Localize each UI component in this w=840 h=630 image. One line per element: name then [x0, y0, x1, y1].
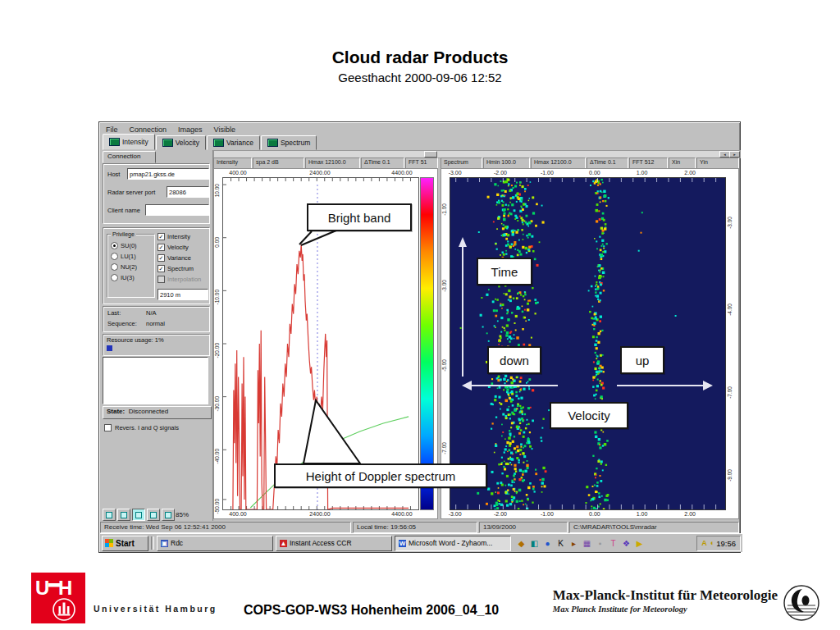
resource-usage-bar	[107, 345, 112, 351]
sidebar-tool-button[interactable]	[117, 509, 130, 521]
task-button[interactable]: WMicrosoft Word - Zyhaom...	[395, 536, 511, 551]
menu-visible[interactable]: Visible	[214, 126, 235, 134]
client-name-label: Client name	[107, 207, 140, 214]
svg-text:U: U	[35, 577, 49, 599]
message-list[interactable]	[103, 357, 208, 404]
tray-icon-1[interactable]: A	[701, 539, 707, 547]
page-subtitle: Geesthacht 2000-09-06 12:52	[0, 71, 840, 84]
server-settings-group: Host Radar server port Client name	[103, 163, 210, 224]
header-cell[interactable]: FFT 51	[405, 158, 438, 169]
host-input[interactable]	[127, 168, 209, 180]
state-row: State: Disconnected	[103, 406, 212, 419]
radio-icon[interactable]	[111, 242, 118, 249]
radio-icon[interactable]	[111, 253, 118, 260]
menu-connection[interactable]: Connection	[130, 126, 167, 134]
tab-velocity[interactable]: Velocity	[156, 135, 206, 150]
start-button[interactable]: Start	[102, 536, 148, 551]
sidebar-toolbar	[103, 509, 175, 521]
launch-icon-8[interactable]: T	[608, 538, 619, 549]
client-name-input[interactable]	[145, 204, 209, 216]
sidebar-tool-button[interactable]	[147, 509, 160, 521]
privilege-option[interactable]: NU(2)	[111, 262, 137, 272]
header-cell[interactable]: Yin	[696, 158, 739, 169]
launch-icon-10[interactable]: ▶	[634, 538, 645, 549]
checkbox-icon[interactable]: ✓	[158, 265, 165, 272]
checkbox-icon[interactable]: ✓	[158, 254, 165, 262]
checkbox-icon[interactable]: ✓	[158, 244, 165, 251]
channel-checkbox-row: ✓Velocity	[158, 242, 201, 253]
privilege-option[interactable]: SU(0)	[111, 240, 137, 251]
header-cell[interactable]: Spectrum	[441, 158, 482, 169]
channel-checkbox-row: ✓Variance	[158, 253, 201, 263]
colorbar	[420, 177, 434, 510]
tray-icon-2[interactable]: ◖	[710, 539, 714, 547]
privilege-option[interactable]: IU(3)	[111, 272, 137, 283]
task-button[interactable]: ▲Instant Access CCR	[276, 536, 392, 551]
checkbox-label: Velocity	[167, 244, 189, 251]
header-cell[interactable]: ΔTime 0.1	[587, 158, 628, 169]
sidebar-tool-button[interactable]	[162, 509, 175, 521]
launch-icon-5[interactable]: ▸	[568, 538, 579, 549]
axis-tick-label: -1.00	[541, 511, 554, 517]
header-cell[interactable]: Hmin 100.0	[483, 158, 530, 169]
task-label: Microsoft Word - Zyhaom...	[409, 539, 492, 547]
checkbox-icon[interactable]: ✓	[158, 233, 165, 240]
radio-label: IU(3)	[121, 274, 135, 281]
axis-tick-label: -5.00	[441, 359, 447, 372]
resource-usage-group: Resource usage: 1%	[103, 334, 210, 356]
launch-icon-4[interactable]: K	[555, 538, 566, 549]
windows-logo-icon	[105, 539, 113, 547]
scrollbar-thumb[interactable]	[424, 151, 437, 158]
doppler-height-callout: Height of Doppler spectrum	[274, 463, 487, 488]
header-cell[interactable]: Hmax 12100.0	[531, 158, 586, 169]
scroll-right-icon[interactable]: ▸	[729, 151, 740, 158]
taskbar: Start▣Rdc▲Instant Access CCRWMicrosoft W…	[100, 533, 742, 552]
tab-variance[interactable]: Variance	[207, 135, 260, 150]
axis-tick-label: 2400.00	[309, 170, 330, 176]
menu-file[interactable]: File	[106, 126, 118, 134]
zoom-level: 85%	[176, 511, 189, 518]
task-button[interactable]: ▣Rdc	[157, 536, 273, 551]
header-cell[interactable]: Intensity	[213, 158, 252, 169]
privilege-option[interactable]: LU(1)	[111, 251, 137, 262]
radio-icon[interactable]	[111, 263, 118, 271]
launch-icon-2[interactable]: ◧	[529, 538, 540, 549]
height-input[interactable]	[158, 289, 208, 300]
axis-tick-label: 400.00	[229, 511, 246, 517]
radio-icon[interactable]	[111, 274, 118, 281]
checkbox-label: Variance	[167, 254, 191, 262]
menu-images[interactable]: Images	[178, 126, 203, 134]
header-cell[interactable]: FFT 512	[629, 158, 668, 169]
axis-tick-label: -2.00	[494, 170, 507, 176]
system-tray[interactable]: A◖19:56	[696, 536, 741, 551]
sidebar-tool-button[interactable]	[103, 509, 116, 521]
checkbox-icon[interactable]	[158, 276, 165, 283]
reverse-iq-checkbox[interactable]	[104, 424, 112, 431]
axis-tick-label: -40.00	[214, 449, 220, 463]
launch-icon-7[interactable]: ▪	[595, 538, 605, 549]
axis-tick-label: -9.00	[727, 469, 733, 482]
header-cell[interactable]: ΔTime 0.1	[361, 158, 404, 169]
tab-spectrum[interactable]: Spectrum	[261, 135, 317, 150]
spectrum-plot-canvas: Time down up Velocity	[450, 177, 726, 510]
privilege-channels-group: Privilege SU(0)LU(1)NU(2)IU(3) ✓Intensit…	[103, 227, 210, 304]
sidebar-tool-button[interactable]	[132, 509, 145, 521]
slide: Cloud radar Products Geesthacht 2000-09-…	[0, 0, 840, 630]
header-cell[interactable]: spa 2 dB	[253, 158, 304, 169]
launch-icon-6[interactable]: ▦	[582, 538, 592, 549]
launch-icon-1[interactable]: ◆	[516, 538, 527, 549]
tab-connection-page[interactable]: Connection	[103, 151, 156, 163]
header-cell[interactable]: Hmax 12100.0	[305, 158, 360, 169]
tab-intensity[interactable]: Intensity	[103, 134, 155, 150]
intensity-top-axis: 400.002400.004400.00	[222, 170, 418, 177]
launch-icon-9[interactable]: ❖	[621, 538, 632, 549]
launch-icon-3[interactable]: ●	[542, 538, 553, 549]
spectrum-top-axis: -3.00-2.00-1.000.001.002.00	[450, 170, 724, 177]
header-cell[interactable]: Xin	[669, 158, 696, 169]
tool-icon	[165, 512, 171, 518]
axis-tick-label: 0.00	[214, 237, 220, 248]
port-input[interactable]	[167, 186, 209, 198]
axis-tick-label: 4400.00	[391, 511, 412, 517]
resource-usage-label: Resource usage: 1%	[107, 336, 164, 344]
axis-tick-label: 0.00	[589, 511, 600, 517]
